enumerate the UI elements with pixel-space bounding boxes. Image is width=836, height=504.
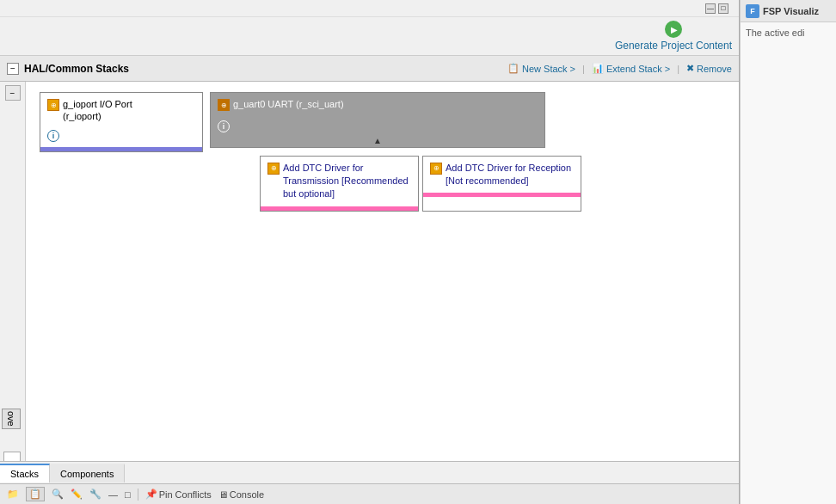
toolbar-icon-7[interactable]: □ [125, 489, 131, 500]
tab-components[interactable]: Components [50, 464, 125, 482]
extend-stack-icon: 📊 [592, 63, 604, 74]
ioport-header: ⊕ g_ioport I/O Port (r_ioport) [40, 93, 202, 128]
pin-icon: 📌 [145, 489, 157, 500]
dtc-rx-header: ⊕ Add DTC Driver for Reception [Not reco… [423, 157, 581, 194]
top-bar: — □ [0, 0, 739, 17]
sidebar-box [3, 452, 21, 461]
dtc-tx-card[interactable]: ⊕ Add DTC Driver for Transmission [Recom… [260, 156, 419, 212]
fsp-title: FSP Visualiz [763, 6, 819, 16]
right-panel-body: The active edi [741, 22, 836, 43]
generate-toolbar: Generate Project Content [0, 17, 739, 56]
uart-header: ⊕ g_uart0 UART (r_sci_uart) [211, 93, 544, 116]
console-button[interactable]: 🖥 Console [218, 489, 264, 500]
sidebar-collapse-button[interactable]: − [5, 85, 21, 101]
left-sidebar: − ove [0, 82, 26, 461]
uart-icon: ⊕ [218, 99, 230, 111]
hal-title: HAL/Common Stacks [24, 63, 129, 75]
uart-title: g_uart0 UART (r_sci_uart) [233, 98, 344, 110]
dtc-tx-header: ⊕ Add DTC Driver for Transmission [Recom… [261, 157, 418, 206]
remove-button[interactable]: ✖ Remove [686, 63, 732, 74]
toolbar-icon-4[interactable]: ✏️ [71, 489, 83, 500]
new-stack-chevron: > [570, 64, 575, 74]
ioport-info-button[interactable]: i [40, 128, 202, 147]
separator1: | [582, 64, 585, 74]
sub-cards-row: ⊕ Add DTC Driver for Transmission [Recom… [260, 156, 728, 212]
right-panel: F FSP Visualiz The active edi [740, 0, 836, 504]
toolbar-icon-1[interactable]: 📁 [7, 489, 19, 500]
bottom-status-bar: 📁 📋 🔍 ✏️ 🔧 — □ 📌 Pin Conflicts 🖥 Console [0, 483, 739, 504]
remove-label: Remove [697, 64, 732, 74]
hal-header: − HAL/Common Stacks 📋 New Stack > | 📊 Ex… [0, 56, 739, 82]
new-stack-button[interactable]: 📋 New Stack > [507, 63, 575, 74]
dtc-rx-title: Add DTC Driver for Reception [Not recomm… [446, 162, 574, 188]
ioport-info-icon: i [47, 130, 59, 142]
pin-conflicts-button[interactable]: 📌 Pin Conflicts [145, 489, 212, 500]
canvas-area: − ove ⊕ g_ioport I/O Port (r_ioport) [0, 82, 739, 461]
ioport-card[interactable]: ⊕ g_ioport I/O Port (r_ioport) i [40, 92, 203, 152]
fsp-icon: F [746, 4, 759, 18]
uart-info-icon[interactable]: i [218, 120, 230, 132]
hal-header-right: 📋 New Stack > | 📊 Extend Stack > | ✖ Rem… [507, 63, 732, 74]
toolbar-icon-5[interactable]: 🔧 [89, 489, 101, 500]
minimize-button[interactable]: — [705, 3, 716, 14]
generate-label: Generate Project Content [615, 40, 732, 52]
toolbar-icon-6[interactable]: — [108, 489, 118, 500]
console-label: Console [230, 489, 264, 500]
bottom-tabs: Stacks Components [0, 461, 739, 483]
toolbar-icon-2[interactable]: 📋 [26, 487, 45, 501]
dtc-tx-title: Add DTC Driver for Transmission [Recomme… [283, 162, 411, 201]
stacks-row: ⊕ g_ioport I/O Port (r_ioport) i ⊕ g_uar… [40, 92, 728, 152]
uart-card[interactable]: ⊕ g_uart0 UART (r_sci_uart) i [210, 92, 545, 148]
hal-header-left: − HAL/Common Stacks [7, 63, 129, 75]
remove-side-button[interactable]: ove [2, 409, 21, 429]
status-divider [138, 489, 138, 501]
stacks-content: ⊕ g_ioport I/O Port (r_ioport) i ⊕ g_uar… [40, 92, 728, 212]
dtc-tx-footer [261, 206, 418, 211]
tab-stacks[interactable]: Stacks [0, 464, 50, 482]
ioport-icon: ⊕ [47, 99, 59, 111]
extend-stack-label: Extend Stack [606, 64, 662, 74]
generate-button[interactable]: Generate Project Content [615, 21, 732, 52]
remove-icon: ✖ [686, 63, 694, 74]
maximize-button[interactable]: □ [718, 3, 728, 14]
ioport-footer-bar [40, 147, 202, 151]
dtc-rx-card[interactable]: ⊕ Add DTC Driver for Reception [Not reco… [422, 156, 581, 212]
new-stack-label: New Stack [522, 64, 568, 74]
extend-stack-button[interactable]: 📊 Extend Stack > [592, 63, 670, 74]
console-icon: 🖥 [218, 489, 228, 500]
extend-stack-chevron: > [665, 64, 670, 74]
uart-bottom-indicator [211, 134, 544, 147]
ioport-title: g_ioport I/O Port (r_ioport) [63, 98, 132, 123]
new-stack-icon: 📋 [507, 63, 519, 74]
dtc-tx-icon: ⊕ [267, 163, 280, 175]
right-panel-text: The active edi [746, 28, 804, 38]
dtc-rx-footer [423, 193, 581, 197]
dtc-rx-icon: ⊕ [430, 163, 442, 175]
generate-icon [665, 21, 682, 38]
pin-conflicts-label: Pin Conflicts [159, 489, 212, 500]
right-panel-header: F FSP Visualiz [741, 0, 836, 22]
collapse-button[interactable]: − [7, 63, 19, 75]
separator2: | [677, 64, 679, 74]
toolbar-icon-3[interactable]: 🔍 [52, 489, 64, 500]
uart-info-area: i [211, 116, 544, 134]
